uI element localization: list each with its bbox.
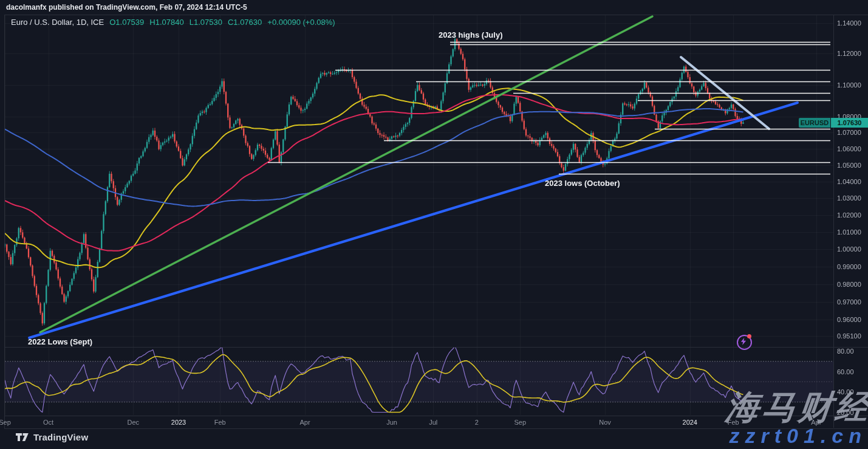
open-value: O1.07539 (109, 18, 144, 27)
price-axis-label: 0.95100 (837, 332, 861, 340)
time-axis-label: Dec (127, 419, 139, 426)
watermark-cjk: 海马财经 (723, 385, 868, 430)
tradingview-published-chart: dacolmanfx published on TradingView.com,… (0, 0, 868, 449)
time-axis-label: 2023 (171, 419, 186, 426)
symbol-title: Euro / U.S. Dollar, 1D, ICE (11, 18, 104, 27)
watermark-url: zzrt01.cn (730, 424, 867, 448)
low-value: L1.07530 (190, 18, 222, 27)
price-axis-label: 1.06000 (837, 145, 861, 153)
price-tag-value: 1.07630 (831, 118, 868, 128)
chart-frame (4, 15, 868, 429)
time-axis-label: Feb (214, 419, 226, 426)
high-value: H1.07840 (149, 18, 183, 27)
price-axis-label: 1.12000 (837, 50, 861, 57)
time-axis-label: 2024 (683, 419, 697, 426)
price-axis-label: 0.97000 (837, 298, 861, 306)
rsi-axis-label: 80.00 (837, 348, 854, 355)
annotation-2023-lows: 2023 lows (October) (545, 179, 620, 188)
price-axis-label: 1.01000 (837, 228, 861, 236)
time-axis-label: Oct (43, 419, 53, 426)
change-value: +0.00090 (+0.08%) (267, 18, 335, 27)
time-axis-label: Jun (386, 419, 397, 426)
price-axis-label: 1.00000 (837, 245, 861, 253)
price-axis-label: 1.05000 (837, 162, 861, 169)
published-byline: dacolmanfx published on TradingView.com,… (6, 3, 247, 12)
annotation-2023-highs: 2023 highs (July) (439, 30, 502, 39)
tradingview-glyph-icon (16, 433, 29, 442)
tradingview-logo[interactable]: TradingView (16, 432, 88, 442)
price-axis-label: 1.14000 (837, 19, 861, 27)
time-axis-label: Apr (299, 419, 310, 426)
price-axis-label: 0.99000 (837, 263, 861, 270)
time-axis-label: Sep (514, 419, 526, 426)
price-axis-label: 1.07000 (837, 129, 861, 136)
price-tag-symbol: EURUSD (799, 118, 830, 128)
time-axis-label: Nov (599, 419, 611, 426)
price-axis-label: 0.96000 (837, 316, 861, 323)
price-axis-label: 0.98000 (837, 281, 861, 288)
price-axis-separator (833, 15, 834, 428)
close-value: C1.07630 (228, 18, 262, 27)
time-axis-label: Jul (429, 419, 437, 426)
notification-dot (747, 334, 751, 338)
lightning-indicator-button[interactable] (737, 334, 751, 349)
time-axis-label: Sep (0, 419, 11, 426)
annotation-2022-lows: 2022 Lows (Sept) (28, 337, 92, 346)
time-axis-label: 2 (475, 419, 479, 426)
price-axis-label: 1.03000 (837, 194, 861, 202)
price-axis-label: 1.02000 (837, 211, 861, 219)
price-axis-label: 1.04000 (837, 178, 861, 185)
rsi-axis-label: 60.00 (837, 368, 854, 375)
price-axis-label: 1.10000 (837, 81, 861, 89)
chart-legend: Euro / U.S. Dollar, 1D, ICE O1.07539 H1.… (11, 18, 335, 27)
tradingview-brand-text: TradingView (33, 432, 88, 442)
lightning-bolt-icon (740, 338, 747, 345)
